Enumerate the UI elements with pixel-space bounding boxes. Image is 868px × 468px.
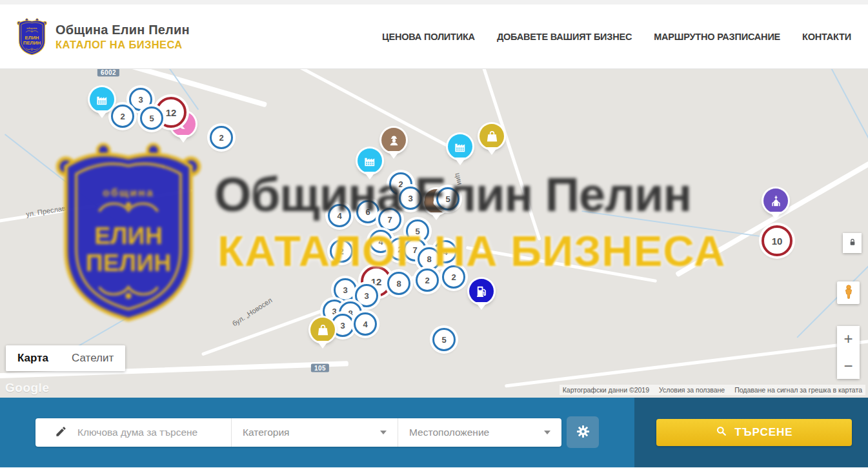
main-nav: ЦЕНОВА ПОЛИТИКАДОБАВЕТЕ ВАШИЯТ БИЗНЕСМАР… <box>382 32 851 42</box>
watermark-crest-icon: община ЕЛИН ПЕЛИН <box>55 140 202 325</box>
cluster-marker[interactable]: 8 <box>387 272 410 295</box>
cluster-count: 10 <box>772 236 783 247</box>
street-label: ции <box>454 172 464 186</box>
cluster-count: 5 <box>441 335 446 345</box>
factory-icon <box>95 92 110 107</box>
bag-icon <box>316 323 330 338</box>
factory-pin[interactable] <box>448 134 472 159</box>
cluster-count: 3 <box>138 95 143 105</box>
svg-text:ПЕЛИН: ПЕЛИН <box>86 249 172 276</box>
road-line <box>0 188 192 226</box>
cluster-marker[interactable]: 6 <box>356 200 379 223</box>
svg-text:ЕЛИН: ЕЛИН <box>25 34 39 40</box>
cluster-count: 3 <box>408 194 412 203</box>
bag-icon <box>485 129 500 144</box>
cluster-marker[interactable]: 2 <box>210 126 233 149</box>
cluster-count: 4 <box>337 211 341 221</box>
search-fields: Категория Местоположение <box>35 418 561 447</box>
site-logo[interactable]: община ЕЛИН ПЕЛИН Община Елин Пелин КАТА… <box>17 17 190 56</box>
worker-icon <box>387 133 401 148</box>
cluster-marker[interactable]: 2 <box>416 269 439 292</box>
cluster-count: 3 <box>332 307 336 316</box>
cluster-marker[interactable]: 5 <box>432 328 456 351</box>
boundary-line <box>793 69 868 168</box>
svg-text:ПЕЛИН: ПЕЛИН <box>23 40 41 46</box>
cluster-count: 7 <box>412 245 417 255</box>
category-dropdown[interactable]: Категория <box>231 418 398 447</box>
cluster-count: 2 <box>398 245 402 254</box>
search-bar: Категория Местоположение ТЪРСЕНЕ <box>0 398 868 467</box>
attribution-link[interactable]: Подаване на сигнал за грешка в картата <box>734 386 862 394</box>
street-view-pegman-button[interactable] <box>837 281 860 304</box>
fuel-pin[interactable] <box>469 279 494 303</box>
church-icon <box>769 194 783 209</box>
road-line <box>43 69 267 107</box>
nav-item-pricing-policy[interactable]: ЦЕНОВА ПОЛИТИКА <box>382 32 475 42</box>
cluster-marker[interactable]: 2 <box>442 265 465 289</box>
factory-pin[interactable] <box>90 87 114 112</box>
fuel-icon <box>474 284 489 299</box>
cluster-count: 2 <box>120 112 125 121</box>
advanced-settings-button[interactable] <box>567 416 599 448</box>
zoom-out-button[interactable]: − <box>837 352 860 379</box>
cluster-marker[interactable]: 4 <box>328 204 351 227</box>
map-type-map-button[interactable]: Карта <box>6 345 60 371</box>
street-label: бул. „Новосел <box>230 296 273 328</box>
cluster-count: 3 <box>364 291 368 301</box>
cluster-count: 4 <box>378 237 383 247</box>
factory-icon <box>453 139 468 154</box>
bag-pin[interactable] <box>310 318 335 342</box>
cluster-marker[interactable]: 5 <box>436 187 459 210</box>
cluster-marker[interactable]: 3 <box>399 187 422 210</box>
category-dropdown-label: Категория <box>243 427 289 438</box>
cluster-marker[interactable]: 4 <box>354 312 377 336</box>
nav-item-add-your-business[interactable]: ДОБАВЕТЕ ВАШИЯТ БИЗНЕС <box>497 32 632 42</box>
cluster-marker[interactable]: 3 <box>355 284 378 307</box>
cluster-count: 4 <box>443 247 447 257</box>
lock-icon <box>847 237 858 250</box>
cluster-count: 12 <box>166 107 177 118</box>
cluster-count: 3 <box>343 285 347 295</box>
lock-button[interactable] <box>843 233 862 253</box>
search-button-label: ТЪРСЕНЕ <box>734 426 792 439</box>
location-dropdown[interactable]: Местоположение <box>398 418 561 447</box>
nav-item-contacts[interactable]: КОНТАКТИ <box>802 32 851 42</box>
cluster-marker[interactable]: 5 <box>140 107 163 130</box>
cluster-count: 5 <box>445 194 450 204</box>
cluster-marker[interactable]: 3 <box>334 278 357 301</box>
cluster-count: 2 <box>425 276 429 285</box>
church-pin[interactable] <box>763 188 788 213</box>
bag-pin[interactable] <box>479 124 504 148</box>
cluster-marker[interactable]: 7 <box>378 208 401 231</box>
zoom-in-button[interactable]: + <box>837 326 860 352</box>
road-line <box>505 337 868 387</box>
keyword-input[interactable] <box>76 426 217 439</box>
search-button[interactable]: ТЪРСЕНЕ <box>656 419 852 446</box>
top-strip <box>0 0 868 5</box>
svg-text:община: община <box>26 27 37 30</box>
worker-pin[interactable] <box>381 128 406 152</box>
site-subtitle: КАТАЛОГ НА БИЗНЕСА <box>56 39 190 51</box>
map-type-control: Карта Сателит <box>6 345 125 371</box>
cluster-count: 4 <box>363 320 367 329</box>
attribution-text: Картографски данни ©2019 <box>563 386 649 394</box>
map-type-satellite-button[interactable]: Сателит <box>60 345 125 371</box>
site-header: община ЕЛИН ПЕЛИН Община Елин Пелин КАТА… <box>0 5 868 69</box>
cluster-count: 5 <box>149 114 154 123</box>
cluster-marker[interactable]: 2 <box>111 105 134 128</box>
factory-pin[interactable] <box>358 148 382 173</box>
cluster-count: 2 <box>219 133 223 143</box>
nav-item-route-schedule[interactable]: МАРШРУТНО РАЗПИСАНИЕ <box>654 32 780 42</box>
cluster-marker[interactable]: 10 <box>762 225 792 256</box>
cluster-marker[interactable]: 3 <box>331 314 354 337</box>
google-logo: Google <box>5 381 49 395</box>
map-canvas[interactable]: 6002105ул. Преславбул. „Новоселции 32125… <box>0 69 868 398</box>
cluster-marker[interactable]: 8 <box>418 247 441 270</box>
search-icon <box>715 425 727 440</box>
keyword-field[interactable] <box>35 418 231 447</box>
road-number-badge: 105 <box>311 364 329 372</box>
factory-icon <box>363 154 378 168</box>
watermark-subtitle: КАТАЛОГ НА БИЗНЕСА <box>217 226 725 276</box>
cluster-marker[interactable]: 2 <box>330 239 353 263</box>
attribution-link[interactable]: Условия за ползване <box>659 386 725 394</box>
